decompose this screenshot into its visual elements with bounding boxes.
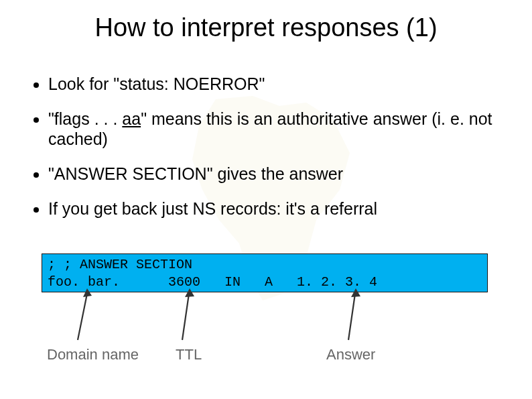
bullet-item: "ANSWER SECTION" gives the answer <box>48 164 505 184</box>
bullet-text: If you get back just NS records: it's a … <box>48 199 377 218</box>
label-domain-name: Domain name <box>47 346 139 363</box>
bullet-text-pre: "flags . . . <box>48 109 122 128</box>
arrow-ttl <box>176 288 202 345</box>
svg-line-4 <box>348 294 355 340</box>
bullet-text-underline: aa <box>122 109 141 128</box>
bullet-text: Look for "status: NOERROR" <box>48 74 265 93</box>
label-ttl: TTL <box>176 346 202 363</box>
bullet-item: "flags . . . aa" means this is an author… <box>48 109 505 149</box>
code-line-2: foo. bar. 3600 IN A 1. 2. 3. 4 <box>48 274 377 290</box>
bullet-text: "ANSWER SECTION" gives the answer <box>48 164 343 183</box>
svg-line-0 <box>78 294 87 340</box>
svg-line-2 <box>182 294 189 340</box>
bullet-list: Look for "status: NOERROR" "flags . . . … <box>29 74 505 233</box>
code-box: ; ; ANSWER SECTION foo. bar. 3600 IN A 1… <box>42 253 488 292</box>
arrow-domain <box>74 288 101 345</box>
code-line-1: ; ; ANSWER SECTION <box>48 257 192 272</box>
slide: How to interpret responses (1) Look for … <box>0 0 532 399</box>
slide-title: How to interpret responses (1) <box>0 13 532 42</box>
label-answer: Answer <box>326 346 375 363</box>
bullet-item: If you get back just NS records: it's a … <box>48 198 505 219</box>
arrow-answer <box>335 288 369 345</box>
bullet-item: Look for "status: NOERROR" <box>48 74 505 94</box>
